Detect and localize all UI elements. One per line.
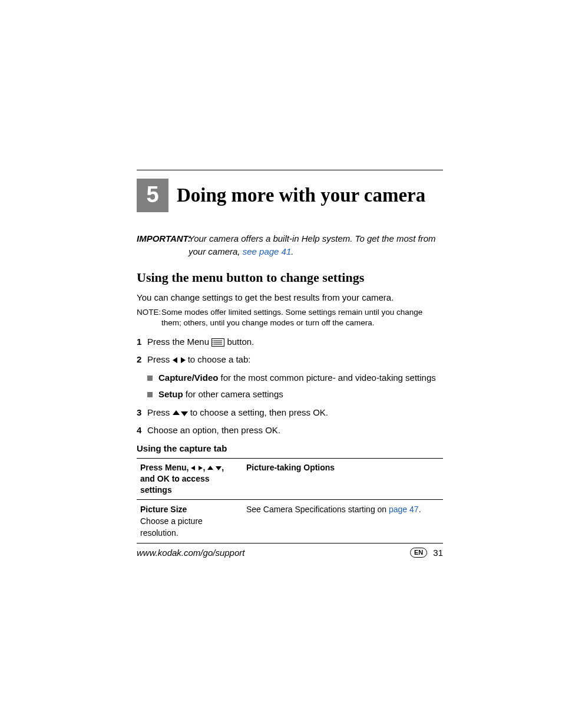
bullet-setup: Setup for other camera settings	[147, 388, 443, 401]
menu-icon	[211, 338, 224, 347]
svg-marker-8	[181, 357, 186, 363]
step-1-text-a: Press the Menu	[147, 337, 211, 347]
svg-marker-7	[173, 357, 177, 363]
cell-right-b: .	[419, 505, 421, 514]
section-heading: Using the menu button to change settings	[137, 270, 443, 285]
bullet-icon	[147, 375, 153, 381]
page-number: 31	[433, 548, 443, 558]
step-4-number: 4	[137, 424, 147, 437]
svg-point-4	[213, 340, 214, 341]
footer-url[interactable]: www.kodak.com/go/support	[137, 548, 244, 558]
step-2-text-a: Press	[147, 354, 173, 364]
step-1: 1 Press the Menu button.	[137, 335, 443, 349]
language-badge: EN	[410, 548, 427, 558]
step-3-body: Press to choose a setting, then press OK…	[147, 406, 443, 420]
th1-b: ,	[203, 463, 207, 472]
cell-picture-size: Picture Size Choose a picture resolution…	[137, 499, 243, 543]
bullet-2-strong: Setup	[158, 389, 183, 399]
bullet-2-rest: for other camera settings	[183, 389, 283, 399]
svg-marker-11	[191, 466, 195, 470]
note: NOTE: Some modes offer limited settings.…	[137, 307, 443, 328]
svg-marker-13	[207, 466, 213, 470]
step-3-number: 3	[137, 406, 147, 420]
svg-point-5	[213, 342, 214, 343]
chapter-title: Doing more with your camera	[177, 185, 425, 206]
important-text-b: .	[291, 246, 293, 256]
table-row: Picture Size Choose a picture resolution…	[137, 499, 443, 543]
capture-tab-table: Press Menu, , , and OK to access setting…	[137, 458, 443, 543]
footer-right: EN 31	[410, 548, 443, 558]
svg-marker-14	[216, 466, 222, 470]
table-header-1: Press Menu, , , and OK to access setting…	[137, 458, 243, 499]
note-label: NOTE:	[137, 307, 161, 328]
bullet-2-text: Setup for other camera settings	[158, 388, 283, 401]
important-text: Your camera offers a built-in Help syste…	[189, 232, 443, 258]
step-2-text-b: to choose a tab:	[186, 354, 251, 364]
link-page-47[interactable]: page 47	[389, 505, 419, 514]
subheading-capture-tab: Using the capture tab	[137, 443, 443, 453]
svg-marker-9	[173, 410, 180, 415]
step-3-text-a: Press	[147, 407, 173, 417]
cell-picture-size-options: See Camera Specifications starting on pa…	[243, 499, 443, 543]
chapter-number: 5	[146, 182, 158, 207]
svg-marker-10	[181, 411, 188, 416]
chapter-number-box: 5	[137, 179, 168, 212]
bullet-capture-video: Capture/Video for the most common pictur…	[147, 371, 443, 385]
cell-right-a: See Camera Specifications starting on	[246, 505, 389, 514]
link-page-41[interactable]: see page 41	[243, 246, 292, 256]
left-right-arrows-icon	[191, 465, 203, 471]
important-label: IMPORTANT:	[137, 232, 189, 258]
step-2: 2 Press to choose a tab:	[137, 353, 443, 367]
cell-left-sub: Choose a picture resolution.	[140, 516, 203, 538]
content-area: 5 Doing more with your camera IMPORTANT:…	[137, 170, 443, 543]
bullet-1-strong: Capture/Video	[158, 373, 218, 383]
table-header-2: Picture-taking Options	[243, 458, 443, 499]
step-2-number: 2	[137, 353, 147, 367]
step-1-text-b: button.	[224, 337, 254, 347]
up-down-arrows-icon	[207, 465, 222, 471]
th1-a: Press Menu,	[140, 463, 191, 472]
step-2-body: Press to choose a tab:	[147, 353, 443, 367]
bullet-1-text: Capture/Video for the most common pictur…	[158, 371, 436, 385]
step-4: 4 Choose an option, then press OK.	[137, 424, 443, 437]
page: 5 Doing more with your camera IMPORTANT:…	[0, 0, 562, 728]
step-3: 3 Press to choose a setting, then press …	[137, 406, 443, 420]
page-footer: www.kodak.com/go/support EN 31	[137, 548, 443, 558]
top-rule	[137, 170, 443, 170]
important-note: IMPORTANT: Your camera offers a built-in…	[137, 232, 443, 258]
table-header-row: Press Menu, , , and OK to access setting…	[137, 458, 443, 499]
step-3-text-b: to choose a setting, then press OK.	[188, 407, 328, 417]
cell-left-strong: Picture Size	[140, 505, 187, 514]
up-down-arrows-icon	[173, 410, 188, 417]
svg-point-6	[213, 344, 214, 345]
note-text: Some modes offer limited settings. Some …	[161, 307, 443, 328]
bullet-icon	[147, 392, 153, 397]
step-4-text: Choose an option, then press OK.	[147, 424, 443, 437]
step-1-body: Press the Menu button.	[147, 335, 443, 349]
step-1-number: 1	[137, 335, 147, 349]
bullet-1-rest: for the most common picture- and video-t…	[218, 373, 435, 383]
left-right-arrows-icon	[173, 357, 186, 364]
chapter-header: 5 Doing more with your camera	[137, 179, 443, 212]
intro-text: You can change settings to get the best …	[137, 291, 443, 304]
important-text-a: Your camera offers a built-in Help syste…	[189, 233, 436, 256]
